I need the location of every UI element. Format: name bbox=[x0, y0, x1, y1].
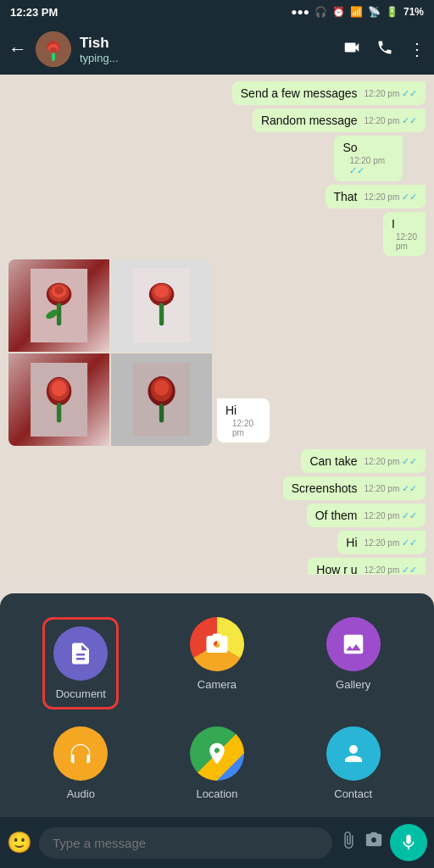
photo-2 bbox=[111, 259, 212, 352]
attach-gallery[interactable]: Gallery bbox=[326, 617, 381, 709]
camera-label: Camera bbox=[198, 678, 236, 691]
svg-rect-10 bbox=[57, 303, 61, 326]
chat-area: Send a few messages 12:20 pm ✓✓ Random m… bbox=[0, 75, 434, 575]
message-1: Send a few messages 12:20 pm ✓✓ bbox=[232, 81, 426, 105]
message-screenshots: Screenshots 12:20 pm ✓✓ bbox=[283, 476, 426, 500]
attach-contact[interactable]: Contact bbox=[326, 726, 381, 800]
message-of-them: Of them 12:20 pm ✓✓ bbox=[307, 504, 426, 527]
photo-4 bbox=[111, 353, 212, 446]
battery-level: 71% bbox=[403, 6, 424, 18]
camera-icon-circle bbox=[190, 617, 244, 671]
message-hi-out: Hi 12:20 pm ✓✓ bbox=[337, 531, 426, 554]
paperclip-icon[interactable] bbox=[339, 831, 358, 854]
message-input[interactable] bbox=[39, 827, 332, 859]
attach-grid: Document Camera Gallery bbox=[17, 617, 417, 800]
contact-icon-circle bbox=[326, 726, 381, 781]
chat-messages: Send a few messages 12:20 pm ✓✓ Random m… bbox=[8, 81, 426, 568]
avatar[interactable] bbox=[36, 31, 71, 67]
gallery-icon-circle bbox=[326, 617, 381, 671]
headphone-icon: 🎧 bbox=[314, 6, 327, 18]
attach-audio[interactable]: Audio bbox=[53, 726, 108, 800]
video-call-icon[interactable] bbox=[342, 38, 361, 61]
audio-icon-circle bbox=[53, 726, 108, 781]
svg-point-3 bbox=[50, 47, 57, 53]
alarm-icon: ⏰ bbox=[332, 6, 345, 18]
location-label: Location bbox=[196, 787, 237, 800]
status-icons: ●●● 🎧 ⏰ 📶 📡 🔋 71% bbox=[291, 6, 424, 18]
status-bar: 12:23 PM ●●● 🎧 ⏰ 📶 📡 🔋 71% bbox=[0, 0, 434, 24]
svg-rect-21 bbox=[57, 403, 61, 422]
message-4: That 12:20 pm ✓✓ bbox=[326, 185, 426, 209]
location-icon-circle bbox=[190, 726, 244, 781]
message-3: So 12:20 pm ✓✓ bbox=[334, 136, 403, 181]
message-how-r-u: How r u 12:20 pm ✓✓ bbox=[308, 558, 426, 575]
svg-rect-16 bbox=[159, 303, 164, 326]
audio-label: Audio bbox=[67, 787, 95, 800]
photo-1 bbox=[8, 259, 109, 352]
phone-icon[interactable] bbox=[376, 39, 393, 60]
camera-button[interactable] bbox=[364, 831, 383, 854]
contact-status: typing... bbox=[80, 52, 334, 64]
contact-info: Tish typing... bbox=[80, 35, 334, 64]
network-icon: 📶 bbox=[350, 6, 363, 18]
svg-point-25 bbox=[154, 380, 169, 396]
input-bar: 🙂 bbox=[0, 817, 434, 868]
more-options-icon[interactable]: ⋮ bbox=[409, 39, 426, 59]
signal-icon: ●●● bbox=[291, 6, 309, 18]
wifi-icon: 📡 bbox=[368, 6, 381, 18]
mic-button[interactable] bbox=[390, 824, 427, 861]
attach-location[interactable]: Location bbox=[190, 726, 244, 800]
contact-label: Contact bbox=[334, 787, 372, 800]
time-display: 12:23 PM bbox=[10, 6, 58, 19]
svg-point-20 bbox=[52, 381, 66, 397]
photo-3 bbox=[8, 353, 109, 446]
message-in-hi: Hi 12:20 pm bbox=[217, 398, 270, 442]
gallery-label: Gallery bbox=[336, 678, 370, 691]
document-label: Document bbox=[56, 687, 106, 700]
back-button[interactable]: ← bbox=[8, 38, 27, 60]
chat-header: ← Tish typing... ⋮ bbox=[0, 24, 434, 75]
status-time: 12:23 PM bbox=[10, 6, 58, 19]
document-icon-circle bbox=[53, 626, 108, 681]
battery-icon: 🔋 bbox=[386, 6, 398, 18]
message-2: Random message 12:20 pm ✓✓ bbox=[253, 108, 426, 132]
svg-point-9 bbox=[54, 287, 64, 294]
attach-camera[interactable]: Camera bbox=[190, 617, 244, 709]
svg-point-15 bbox=[154, 285, 169, 298]
photo-grid bbox=[8, 259, 212, 446]
attach-document[interactable]: Document bbox=[42, 617, 119, 709]
message-5: I 12:20 pm bbox=[383, 212, 426, 256]
attach-panel: Document Camera Gallery bbox=[0, 593, 434, 817]
svg-rect-26 bbox=[159, 403, 164, 422]
header-actions: ⋮ bbox=[342, 38, 426, 61]
emoji-button[interactable]: 🙂 bbox=[7, 831, 32, 854]
contact-name: Tish bbox=[80, 35, 334, 52]
message-out-can-take: Can take 12:20 pm ✓✓ bbox=[301, 449, 426, 473]
svg-rect-4 bbox=[52, 53, 55, 61]
